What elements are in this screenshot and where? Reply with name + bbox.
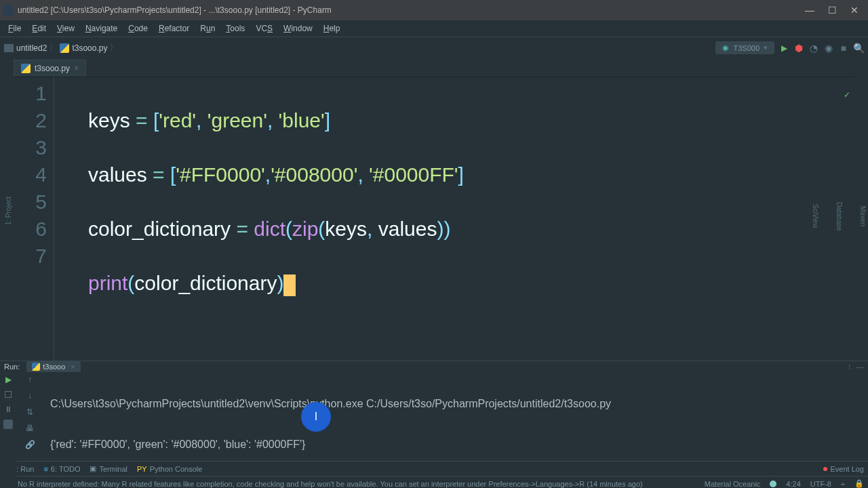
minimize-button[interactable]: — (805, 5, 814, 16)
run-config-dropdown[interactable]: ◉ T3S000 ▾ (715, 41, 774, 54)
run-label: Run: (4, 363, 20, 371)
console-output[interactable]: C:\Users\t3so\PycharmProjects\untitled2\… (43, 372, 868, 488)
tool-project[interactable]: 1: Project (3, 194, 14, 228)
run-tool-header: Run: t3sooo × ⁝ — (0, 361, 868, 372)
menu-window[interactable]: Window (279, 22, 317, 35)
coverage-button[interactable]: ◔ (808, 43, 819, 54)
breadcrumb-root[interactable]: untitled2 (4, 43, 47, 53)
wrap-icon[interactable]: ⇅ (25, 407, 35, 417)
close-icon[interactable]: × (71, 363, 75, 371)
run-tool-panel: Run: t3sooo × ⁝ — ▶ ⏸ ↑ ↓ ⇅ 🖶 🔗 C:\Users… (0, 361, 868, 461)
folder-icon (4, 44, 14, 52)
run-toolbar-left: ▶ ⏸ (0, 372, 16, 488)
link-icon[interactable]: 🔗 (25, 440, 35, 449)
print-icon[interactable]: 🖶 (25, 424, 35, 433)
breadcrumb: untitled2 〉 t3sooo.py 〉 (4, 43, 117, 53)
menu-tools[interactable]: Tools (222, 22, 249, 35)
r-icon: ◉ (722, 43, 729, 52)
menu-edit[interactable]: Edit (28, 22, 50, 35)
pause-button[interactable]: ⏸ (3, 405, 13, 414)
editor-container: t3sooo.py × ✓ 1 2 3 4 5 6 7 keys = ['red… (14, 58, 854, 361)
debug-button[interactable]: ⬢ (793, 43, 804, 54)
maximize-button[interactable]: ☐ (828, 5, 837, 16)
run-tool-body: ▶ ⏸ ↑ ↓ ⇅ 🖶 🔗 C:\Users\t3so\PycharmProje… (0, 372, 868, 488)
window-title: untitled2 [C:\Users\t3so\PycharmProjects… (18, 5, 332, 15)
editor-tabs: t3sooo.py × (14, 58, 854, 77)
run-tab[interactable]: t3sooo × (26, 361, 80, 372)
text-cursor (283, 274, 296, 296)
python-file-icon (60, 43, 69, 53)
python-file-icon (21, 64, 31, 73)
python-file-icon (32, 363, 40, 371)
exit-button[interactable] (3, 420, 13, 429)
app-icon (3, 5, 14, 16)
profile-button[interactable]: ◉ (823, 43, 834, 54)
run-toolbar-left2: ↑ ↓ ⇅ 🖶 🔗 (16, 372, 43, 488)
left-tool-gutter: 1: Project 7: Structure 2: Favorites (0, 58, 14, 361)
line-number-gutter: 1 2 3 4 5 6 7 (14, 77, 54, 361)
stop-button[interactable] (3, 390, 13, 399)
menu-vcs[interactable]: VCS (252, 22, 277, 35)
tool-maven[interactable]: Maven (858, 203, 868, 229)
rerun-button[interactable]: ▶ (3, 375, 13, 384)
menu-refactor[interactable]: Refactor (155, 22, 193, 35)
chevron-right-icon: 〉 (110, 43, 117, 53)
menu-navigate[interactable]: Navigate (81, 22, 121, 35)
close-button[interactable]: ✕ (850, 5, 859, 16)
run-button[interactable]: ▶ (778, 43, 789, 54)
main-area: 1: Project 7: Structure 2: Favorites t3s… (0, 58, 868, 361)
menubar: File Edit View Navigate Code Refactor Ru… (0, 20, 868, 37)
stop-button[interactable]: ■ (838, 43, 849, 54)
chevron-down-icon: ▾ (764, 43, 768, 52)
menu-view[interactable]: View (53, 22, 79, 35)
right-tool-gutter: Maven Database SciView (854, 58, 868, 361)
menu-help[interactable]: Help (319, 22, 344, 35)
up-icon[interactable]: ↑ (25, 375, 35, 384)
search-button[interactable]: 🔍 (853, 43, 864, 54)
close-tab-icon[interactable]: × (74, 64, 79, 73)
code-content[interactable]: keys = ['red', 'green', 'blue'] values =… (54, 77, 854, 361)
editor-tab[interactable]: t3sooo.py × (14, 60, 86, 77)
code-editor[interactable]: ✓ 1 2 3 4 5 6 7 keys = ['red', 'green', … (14, 77, 854, 361)
chevron-right-icon: 〉 (50, 43, 57, 53)
menu-file[interactable]: File (4, 22, 25, 35)
settings-icon[interactable]: ⁝ (848, 363, 851, 371)
breadcrumb-file[interactable]: t3sooo.py (60, 43, 107, 53)
navbar: untitled2 〉 t3sooo.py 〉 ◉ T3S000 ▾ ▶ ⬢ ◔… (0, 37, 868, 58)
window-titlebar: untitled2 [C:\Users\t3so\PycharmProjects… (0, 0, 868, 20)
hide-icon[interactable]: — (856, 363, 864, 371)
menu-code[interactable]: Code (124, 22, 152, 35)
cursor-highlight: I (301, 402, 331, 432)
down-icon[interactable]: ↓ (25, 391, 35, 401)
menu-run[interactable]: Run (196, 22, 219, 35)
